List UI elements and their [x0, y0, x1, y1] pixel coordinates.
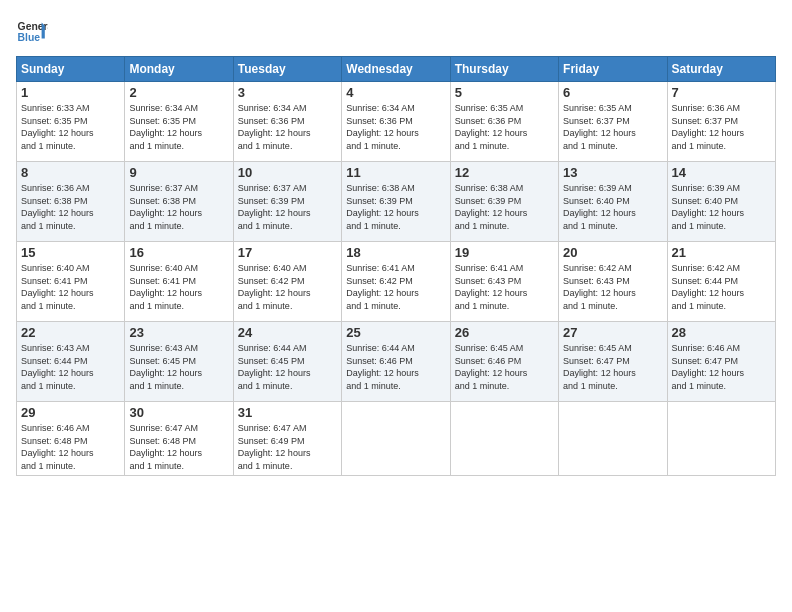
day-info: Sunrise: 6:37 AMSunset: 6:39 PMDaylight:… [238, 182, 337, 232]
calendar-cell: 2Sunrise: 6:34 AMSunset: 6:35 PMDaylight… [125, 82, 233, 162]
calendar-table: SundayMondayTuesdayWednesdayThursdayFrid… [16, 56, 776, 476]
day-info: Sunrise: 6:35 AMSunset: 6:37 PMDaylight:… [563, 102, 662, 152]
day-info: Sunrise: 6:35 AMSunset: 6:36 PMDaylight:… [455, 102, 554, 152]
day-info: Sunrise: 6:43 AMSunset: 6:44 PMDaylight:… [21, 342, 120, 392]
day-info: Sunrise: 6:36 AMSunset: 6:37 PMDaylight:… [672, 102, 771, 152]
header: General Blue [16, 16, 776, 48]
calendar-cell: 4Sunrise: 6:34 AMSunset: 6:36 PMDaylight… [342, 82, 450, 162]
day-number: 16 [129, 245, 228, 260]
day-info: Sunrise: 6:38 AMSunset: 6:39 PMDaylight:… [346, 182, 445, 232]
calendar-cell: 21Sunrise: 6:42 AMSunset: 6:44 PMDayligh… [667, 242, 775, 322]
day-info: Sunrise: 6:41 AMSunset: 6:43 PMDaylight:… [455, 262, 554, 312]
calendar-cell: 6Sunrise: 6:35 AMSunset: 6:37 PMDaylight… [559, 82, 667, 162]
calendar-header-tuesday: Tuesday [233, 57, 341, 82]
calendar-cell: 9Sunrise: 6:37 AMSunset: 6:38 PMDaylight… [125, 162, 233, 242]
day-number: 12 [455, 165, 554, 180]
day-number: 3 [238, 85, 337, 100]
calendar-cell: 25Sunrise: 6:44 AMSunset: 6:46 PMDayligh… [342, 322, 450, 402]
day-info: Sunrise: 6:33 AMSunset: 6:35 PMDaylight:… [21, 102, 120, 152]
calendar-cell: 14Sunrise: 6:39 AMSunset: 6:40 PMDayligh… [667, 162, 775, 242]
calendar-cell: 26Sunrise: 6:45 AMSunset: 6:46 PMDayligh… [450, 322, 558, 402]
day-number: 23 [129, 325, 228, 340]
calendar-cell: 15Sunrise: 6:40 AMSunset: 6:41 PMDayligh… [17, 242, 125, 322]
day-number: 11 [346, 165, 445, 180]
day-number: 29 [21, 405, 120, 420]
day-info: Sunrise: 6:43 AMSunset: 6:45 PMDaylight:… [129, 342, 228, 392]
day-number: 5 [455, 85, 554, 100]
calendar-cell: 19Sunrise: 6:41 AMSunset: 6:43 PMDayligh… [450, 242, 558, 322]
day-info: Sunrise: 6:46 AMSunset: 6:47 PMDaylight:… [672, 342, 771, 392]
calendar-cell: 13Sunrise: 6:39 AMSunset: 6:40 PMDayligh… [559, 162, 667, 242]
day-number: 20 [563, 245, 662, 260]
calendar-cell: 10Sunrise: 6:37 AMSunset: 6:39 PMDayligh… [233, 162, 341, 242]
page: General Blue SundayMondayTuesdayWednesda… [0, 0, 792, 612]
day-info: Sunrise: 6:40 AMSunset: 6:42 PMDaylight:… [238, 262, 337, 312]
day-number: 25 [346, 325, 445, 340]
day-info: Sunrise: 6:34 AMSunset: 6:36 PMDaylight:… [346, 102, 445, 152]
day-info: Sunrise: 6:44 AMSunset: 6:45 PMDaylight:… [238, 342, 337, 392]
day-info: Sunrise: 6:36 AMSunset: 6:38 PMDaylight:… [21, 182, 120, 232]
day-number: 31 [238, 405, 337, 420]
calendar-cell: 7Sunrise: 6:36 AMSunset: 6:37 PMDaylight… [667, 82, 775, 162]
day-info: Sunrise: 6:45 AMSunset: 6:46 PMDaylight:… [455, 342, 554, 392]
day-info: Sunrise: 6:39 AMSunset: 6:40 PMDaylight:… [563, 182, 662, 232]
day-number: 2 [129, 85, 228, 100]
calendar-cell: 3Sunrise: 6:34 AMSunset: 6:36 PMDaylight… [233, 82, 341, 162]
calendar-header-row: SundayMondayTuesdayWednesdayThursdayFrid… [17, 57, 776, 82]
day-info: Sunrise: 6:42 AMSunset: 6:43 PMDaylight:… [563, 262, 662, 312]
day-info: Sunrise: 6:45 AMSunset: 6:47 PMDaylight:… [563, 342, 662, 392]
day-number: 26 [455, 325, 554, 340]
calendar-cell: 17Sunrise: 6:40 AMSunset: 6:42 PMDayligh… [233, 242, 341, 322]
calendar-cell: 30Sunrise: 6:47 AMSunset: 6:48 PMDayligh… [125, 402, 233, 476]
day-number: 6 [563, 85, 662, 100]
day-info: Sunrise: 6:40 AMSunset: 6:41 PMDaylight:… [129, 262, 228, 312]
calendar-header-thursday: Thursday [450, 57, 558, 82]
day-number: 4 [346, 85, 445, 100]
day-number: 27 [563, 325, 662, 340]
calendar-cell: 31Sunrise: 6:47 AMSunset: 6:49 PMDayligh… [233, 402, 341, 476]
calendar-cell [450, 402, 558, 476]
calendar-cell: 28Sunrise: 6:46 AMSunset: 6:47 PMDayligh… [667, 322, 775, 402]
day-info: Sunrise: 6:47 AMSunset: 6:49 PMDaylight:… [238, 422, 337, 472]
day-number: 24 [238, 325, 337, 340]
calendar-header-saturday: Saturday [667, 57, 775, 82]
day-number: 14 [672, 165, 771, 180]
day-info: Sunrise: 6:34 AMSunset: 6:35 PMDaylight:… [129, 102, 228, 152]
day-number: 21 [672, 245, 771, 260]
calendar-header-monday: Monday [125, 57, 233, 82]
logo: General Blue [16, 16, 48, 48]
calendar-cell [667, 402, 775, 476]
calendar-cell: 1Sunrise: 6:33 AMSunset: 6:35 PMDaylight… [17, 82, 125, 162]
calendar-cell: 12Sunrise: 6:38 AMSunset: 6:39 PMDayligh… [450, 162, 558, 242]
calendar-cell: 29Sunrise: 6:46 AMSunset: 6:48 PMDayligh… [17, 402, 125, 476]
calendar-cell: 27Sunrise: 6:45 AMSunset: 6:47 PMDayligh… [559, 322, 667, 402]
day-info: Sunrise: 6:44 AMSunset: 6:46 PMDaylight:… [346, 342, 445, 392]
day-info: Sunrise: 6:38 AMSunset: 6:39 PMDaylight:… [455, 182, 554, 232]
calendar-cell: 24Sunrise: 6:44 AMSunset: 6:45 PMDayligh… [233, 322, 341, 402]
calendar-cell: 18Sunrise: 6:41 AMSunset: 6:42 PMDayligh… [342, 242, 450, 322]
calendar-cell [342, 402, 450, 476]
svg-text:Blue: Blue [18, 32, 41, 43]
calendar-cell: 11Sunrise: 6:38 AMSunset: 6:39 PMDayligh… [342, 162, 450, 242]
calendar-cell: 16Sunrise: 6:40 AMSunset: 6:41 PMDayligh… [125, 242, 233, 322]
day-number: 10 [238, 165, 337, 180]
day-number: 15 [21, 245, 120, 260]
day-number: 17 [238, 245, 337, 260]
day-number: 30 [129, 405, 228, 420]
logo-icon: General Blue [16, 16, 48, 48]
day-number: 13 [563, 165, 662, 180]
calendar-cell: 5Sunrise: 6:35 AMSunset: 6:36 PMDaylight… [450, 82, 558, 162]
calendar-cell [559, 402, 667, 476]
day-number: 1 [21, 85, 120, 100]
day-info: Sunrise: 6:42 AMSunset: 6:44 PMDaylight:… [672, 262, 771, 312]
day-number: 22 [21, 325, 120, 340]
day-number: 7 [672, 85, 771, 100]
calendar-cell: 8Sunrise: 6:36 AMSunset: 6:38 PMDaylight… [17, 162, 125, 242]
day-info: Sunrise: 6:37 AMSunset: 6:38 PMDaylight:… [129, 182, 228, 232]
day-info: Sunrise: 6:47 AMSunset: 6:48 PMDaylight:… [129, 422, 228, 472]
calendar-cell: 23Sunrise: 6:43 AMSunset: 6:45 PMDayligh… [125, 322, 233, 402]
day-number: 28 [672, 325, 771, 340]
day-number: 18 [346, 245, 445, 260]
day-info: Sunrise: 6:46 AMSunset: 6:48 PMDaylight:… [21, 422, 120, 472]
calendar-header-wednesday: Wednesday [342, 57, 450, 82]
